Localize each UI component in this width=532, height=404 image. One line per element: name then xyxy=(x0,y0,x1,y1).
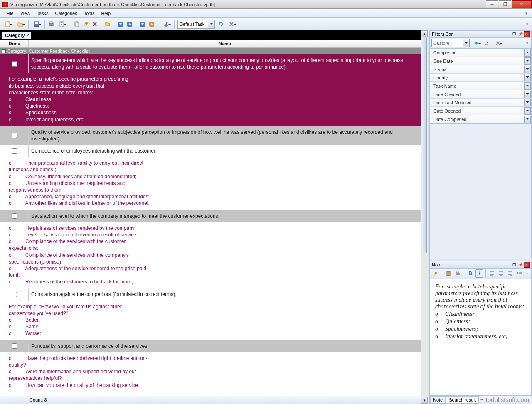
note-print-button[interactable] xyxy=(453,269,462,278)
svg-rect-16 xyxy=(447,271,450,276)
note-separator xyxy=(485,269,486,278)
filter-dropdown[interactable] xyxy=(524,49,531,57)
task-checkbox[interactable] xyxy=(12,343,17,349)
menu-tools[interactable]: Tools xyxy=(81,10,98,17)
menu-overflow[interactable]: ▾ xyxy=(524,11,529,15)
filter-dropdown[interactable] xyxy=(524,74,531,81)
column-name[interactable]: Name xyxy=(29,40,421,47)
filter-row[interactable]: Status xyxy=(430,65,531,74)
task-checkbox[interactable] xyxy=(12,133,17,138)
status-tab-search[interactable]: Search result xyxy=(446,396,479,404)
scroll-thumb[interactable] xyxy=(421,37,427,253)
filter-row[interactable]: Date Last Modified xyxy=(430,99,531,107)
task-checkbox[interactable] xyxy=(12,213,17,219)
minimize-button[interactable]: ─ xyxy=(486,0,498,8)
filter-row[interactable]: Task Name xyxy=(430,82,531,90)
task-checkbox[interactable] xyxy=(12,61,17,67)
filter-dropdown[interactable] xyxy=(524,99,531,106)
report-button[interactable] xyxy=(56,20,68,28)
delete-button[interactable] xyxy=(91,20,99,28)
category-button[interactable] xyxy=(103,20,112,28)
up2-button[interactable] xyxy=(148,20,156,28)
down2-button[interactable] xyxy=(138,20,147,28)
task-combo[interactable] xyxy=(177,20,215,29)
panel-pin-icon[interactable]: 📌 xyxy=(517,31,523,37)
flag-button[interactable] xyxy=(160,20,172,28)
italic-button[interactable]: I xyxy=(475,269,484,278)
panel-close-icon[interactable]: ✕ xyxy=(524,31,530,37)
scroll-up-button[interactable]: ▲ xyxy=(421,30,428,37)
filter-row[interactable]: Date Opened xyxy=(430,107,531,115)
task-row[interactable]: Specific parameters which are the key su… xyxy=(0,54,421,73)
panel-restore-icon[interactable]: ❐ xyxy=(511,31,517,37)
filter-clear-button[interactable] xyxy=(483,39,491,47)
print-button[interactable] xyxy=(47,20,55,28)
note-edit-button[interactable] xyxy=(431,269,440,278)
note-restore-icon[interactable]: ❐ xyxy=(511,262,517,268)
refresh-button[interactable] xyxy=(217,20,225,28)
maximize-button[interactable]: ❐ xyxy=(499,0,511,8)
filter-row[interactable]: Priority xyxy=(430,74,531,82)
group-by-pill[interactable]: Category xyxy=(2,32,31,39)
note-paste-button[interactable] xyxy=(444,269,453,278)
edit-button[interactable] xyxy=(81,20,90,28)
filter-dropdown[interactable] xyxy=(524,82,531,90)
note-body[interactable]: For example: a hotel's specific paramete… xyxy=(430,279,532,396)
open-button[interactable] xyxy=(15,20,26,28)
align-center-button[interactable] xyxy=(497,269,505,278)
task-checkbox[interactable] xyxy=(12,292,17,297)
save-button[interactable] xyxy=(31,20,42,28)
menu-categories[interactable]: Categories xyxy=(52,10,81,17)
new-doc-button[interactable] xyxy=(2,20,14,28)
close-button[interactable]: ✕ xyxy=(512,0,532,8)
up-button[interactable] xyxy=(126,20,134,28)
menu-tasks[interactable]: Tasks xyxy=(33,10,52,17)
filter-overflow[interactable]: ▾ xyxy=(525,41,530,45)
task-combo-input[interactable] xyxy=(178,20,208,28)
status-overflow[interactable]: •• xyxy=(479,398,485,402)
filter-dropdown[interactable] xyxy=(524,107,531,115)
note-close-icon[interactable]: ✕ xyxy=(524,262,530,268)
down-button[interactable] xyxy=(116,20,125,28)
bold-button[interactable]: B xyxy=(466,269,475,278)
task-row[interactable]: Comparison against the competitors (form… xyxy=(0,288,421,301)
task-checkbox[interactable] xyxy=(12,148,17,154)
bullets-button[interactable] xyxy=(515,269,524,278)
filter-dropdown[interactable] xyxy=(524,91,531,98)
filter-row[interactable]: Date Created xyxy=(430,90,531,99)
note-pin-icon[interactable]: 📌 xyxy=(517,262,523,268)
filter-row[interactable]: Date Completed xyxy=(430,115,531,123)
category-row[interactable]: - Category: Customer Feedback Checklist xyxy=(0,48,421,54)
align-left-button[interactable] xyxy=(488,269,496,278)
filter-dropdown[interactable] xyxy=(524,66,531,73)
filter-preset-combo[interactable]: Custom xyxy=(431,39,470,47)
note-overflow[interactable]: » xyxy=(525,271,530,276)
copy-button[interactable] xyxy=(72,20,81,28)
task-row[interactable]: Satisfaction level to which the company … xyxy=(0,210,421,222)
filter-preset-dropdown[interactable] xyxy=(463,39,469,47)
collapse-icon[interactable]: - xyxy=(2,49,6,53)
scroll-down-button[interactable]: ▼ xyxy=(421,397,428,404)
task-combo-dropdown[interactable] xyxy=(208,20,214,28)
status-tab-note[interactable]: Note xyxy=(430,396,446,404)
filter-remove-button[interactable] xyxy=(492,39,504,47)
task-row[interactable]: Quality of service provided: customer's … xyxy=(0,126,421,145)
task-row[interactable]: Competence of employees interacting with… xyxy=(0,145,421,157)
vertical-scrollbar[interactable]: ▲ ▼ xyxy=(421,30,428,404)
menu-help[interactable]: Help xyxy=(98,10,114,17)
grid-body[interactable]: - Category: Customer Feedback Checklist … xyxy=(0,48,421,396)
align-right-button[interactable] xyxy=(506,269,515,278)
filter-row[interactable]: Due Date xyxy=(430,57,531,65)
filter-add-button[interactable] xyxy=(470,39,482,47)
toolbar-overflow[interactable]: ▾ xyxy=(525,22,530,26)
task-row[interactable]: Punctuality, support and performance of … xyxy=(0,340,421,352)
clear-button[interactable] xyxy=(226,20,237,28)
filter-dropdown[interactable] xyxy=(524,116,531,123)
filter-row[interactable]: Completion xyxy=(430,49,531,57)
filter-label: Status xyxy=(430,67,524,72)
filter-dropdown[interactable] xyxy=(524,57,531,65)
column-done[interactable]: Done xyxy=(0,40,29,47)
svg-rect-6 xyxy=(61,22,62,23)
menu-view[interactable]: View xyxy=(17,10,34,17)
menu-file[interactable]: File xyxy=(3,10,17,17)
